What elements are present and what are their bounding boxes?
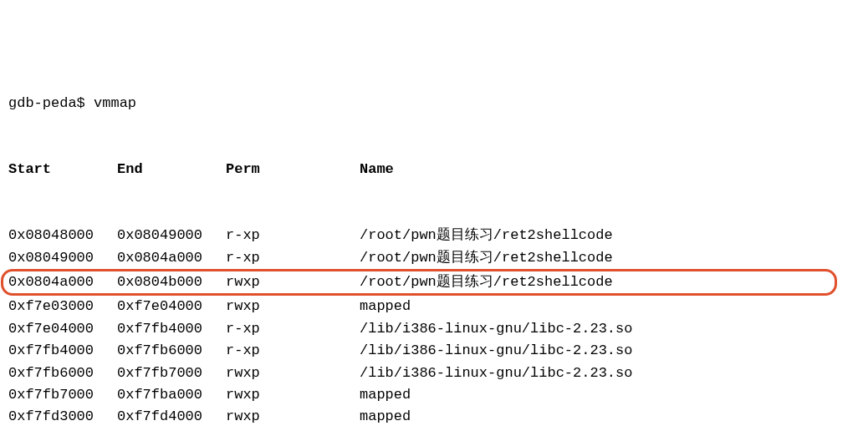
cell-perm: r-xp	[226, 340, 360, 362]
cell-perm: rwxp	[226, 296, 360, 317]
prompt-line: gdb-peda$ vmmap	[8, 93, 860, 114]
highlighted-row: 0x0804a0000x0804b000rwxp/root/pwn题目练习/re…	[1, 269, 837, 296]
cell-start: 0xf7fd4000	[8, 428, 117, 431]
cell-start: 0xf7e04000	[8, 318, 117, 340]
cell-name: /root/pwn题目练习/ret2shellcode	[360, 225, 613, 246]
cell-start: 0xf7fb4000	[8, 340, 117, 362]
cell-start: 0x08048000	[8, 225, 117, 246]
header-start: Start	[8, 159, 117, 180]
cell-name: [vvar]	[360, 428, 411, 431]
cell-end: 0x0804a000	[117, 247, 226, 269]
cell-end: 0xf7fb6000	[117, 340, 226, 362]
table-row: 0x0804a0000x0804b000rwxp/root/pwn题目练习/re…	[8, 269, 860, 296]
cell-perm: r-xp	[226, 318, 360, 340]
cell-end: 0x08049000	[117, 225, 226, 246]
table-row: 0x080490000x0804a000r-xp/root/pwn题目练习/re…	[8, 247, 860, 269]
cell-perm: rwxp	[226, 406, 360, 428]
cell-start: 0xf7fb7000	[8, 384, 117, 406]
prompt-prefix: gdb-peda$	[8, 93, 85, 114]
cell-end: 0xf7fba000	[117, 384, 226, 406]
cell-end: 0xf7fd7000	[117, 428, 226, 431]
cell-name: mapped	[360, 296, 411, 317]
table-row: 0xf7fb40000xf7fb6000r-xp/lib/i386-linux-…	[8, 340, 860, 362]
table-row: 0xf7e030000xf7e04000rwxpmapped	[8, 296, 860, 317]
cell-name: /root/pwn题目练习/ret2shellcode	[360, 271, 613, 293]
cell-start: 0xf7e03000	[8, 296, 117, 317]
table-row: 0xf7fb60000xf7fb7000rwxp/lib/i386-linux-…	[8, 363, 860, 384]
header-perm: Perm	[226, 159, 360, 180]
cell-end: 0xf7fb7000	[117, 363, 226, 384]
table-header: StartEndPermName	[8, 159, 860, 180]
cell-perm: rwxp	[226, 271, 360, 293]
table-row: 0xf7e040000xf7fb4000r-xp/lib/i386-linux-…	[8, 318, 860, 340]
cell-perm: r-xp	[226, 225, 360, 246]
cell-end: 0xf7fb4000	[117, 318, 226, 340]
cell-name: mapped	[360, 406, 411, 428]
table-row: 0xf7fd40000xf7fd7000r--p[vvar]	[8, 428, 860, 431]
cell-start: 0xf7fd3000	[8, 406, 117, 428]
cell-end: 0xf7fd4000	[117, 406, 226, 428]
cell-perm: r-xp	[226, 247, 360, 269]
vmmap-table-body: 0x080480000x08049000r-xp/root/pwn题目练习/re…	[8, 225, 860, 431]
table-row: 0xf7fd30000xf7fd4000rwxpmapped	[8, 406, 860, 428]
cell-name: mapped	[360, 384, 411, 406]
cell-name: /root/pwn题目练习/ret2shellcode	[360, 247, 613, 269]
cell-name: /lib/i386-linux-gnu/libc-2.23.so	[360, 340, 632, 362]
cell-start: 0x0804a000	[8, 271, 117, 293]
table-row: 0x080480000x08049000r-xp/root/pwn题目练习/re…	[8, 225, 860, 246]
cell-perm: rwxp	[226, 384, 360, 406]
cell-end: 0x0804b000	[117, 271, 226, 293]
header-end: End	[117, 159, 226, 180]
prompt-command: vmmap	[94, 93, 136, 114]
cell-name: /lib/i386-linux-gnu/libc-2.23.so	[360, 318, 632, 340]
cell-end: 0xf7e04000	[117, 296, 226, 317]
cell-name: /lib/i386-linux-gnu/libc-2.23.so	[360, 363, 632, 384]
cell-perm: rwxp	[226, 363, 360, 384]
cell-start: 0xf7fb6000	[8, 363, 117, 384]
header-name: Name	[360, 159, 394, 180]
table-row: 0xf7fb70000xf7fba000rwxpmapped	[8, 384, 860, 406]
cell-start: 0x08049000	[8, 247, 117, 269]
cell-perm: r--p	[226, 428, 360, 431]
